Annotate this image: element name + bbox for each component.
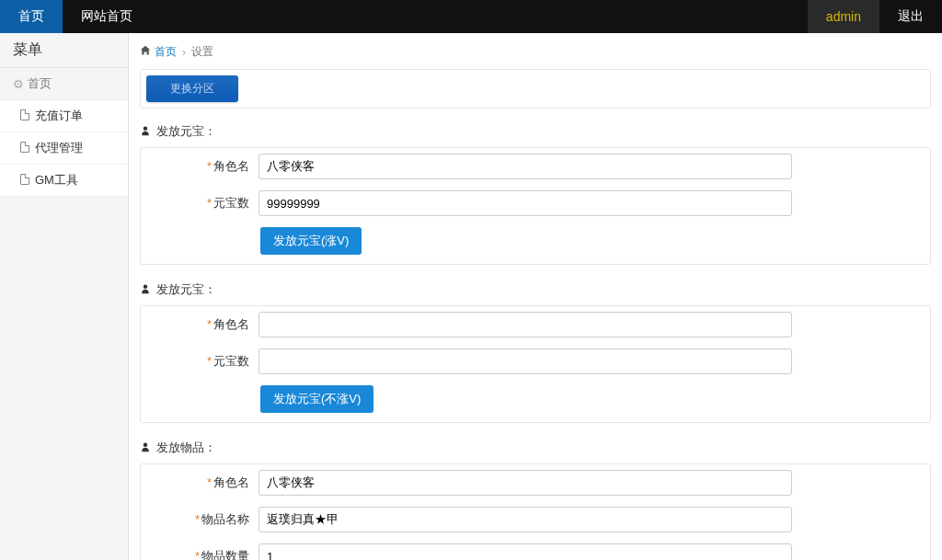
item-count-input[interactable] (258, 543, 792, 560)
user-icon (140, 283, 151, 297)
item-name-input[interactable] (258, 507, 792, 532)
sidebar-item-label: 首页 (28, 75, 52, 92)
form-label: *角色名 (148, 158, 258, 175)
role-name-input[interactable] (258, 154, 792, 179)
file-icon (20, 174, 29, 188)
form-panel-item: *角色名 *物品名称 *物品数量 发放物品 (140, 463, 931, 560)
user-icon (140, 441, 151, 455)
form-label: *物品数量 (148, 548, 258, 560)
breadcrumb-separator: › (182, 46, 186, 59)
form-label: *元宝数 (148, 353, 258, 370)
role-name-input[interactable] (258, 470, 792, 496)
sidebar-item-gm[interactable]: GM工具 (0, 165, 128, 197)
yuanbao-count-input[interactable] (258, 190, 792, 216)
breadcrumb-home[interactable]: 首页 (155, 44, 177, 60)
sidebar-item-label: 充值订单 (35, 108, 83, 124)
file-icon (20, 142, 29, 155)
form-label: *物品名称 (148, 511, 258, 528)
home-icon (140, 45, 151, 59)
breadcrumb: 首页 › 设置 (140, 40, 931, 69)
sidebar-item-agent[interactable]: 代理管理 (0, 132, 128, 165)
sidebar-title: 菜单 (0, 33, 128, 68)
form-label: *角色名 (148, 316, 258, 333)
sidebar-item-home[interactable]: ⚙ 首页 (0, 68, 128, 100)
gear-icon: ⚙ (13, 77, 22, 91)
main-content: 首页 › 设置 更换分区 发放元宝： *角色名 *元宝数 发放元宝(涨V) (129, 33, 942, 560)
role-name-input[interactable] (258, 312, 792, 337)
user-icon (140, 125, 151, 139)
form-label: *元宝数 (148, 195, 258, 211)
nav-home[interactable]: 首页 (0, 0, 63, 33)
sidebar-item-label: GM工具 (35, 172, 78, 189)
nav-logout[interactable]: 退出 (879, 0, 942, 33)
nav-admin[interactable]: admin (808, 0, 879, 33)
section-header: 发放元宝： (140, 281, 931, 298)
form-panel-yuanbao-v: *角色名 *元宝数 发放元宝(涨V) (140, 147, 931, 265)
breadcrumb-current: 设置 (191, 44, 213, 60)
section-header: 发放元宝： (140, 123, 931, 140)
sidebar: 菜单 ⚙ 首页 充值订单 代理管理 GM工具 (0, 33, 129, 560)
file-icon (20, 109, 29, 123)
send-yuanbao-v-button[interactable]: 发放元宝(涨V) (260, 227, 362, 255)
yuanbao-count-input[interactable] (258, 349, 792, 374)
top-navbar: 首页 网站首页 admin 退出 (0, 0, 942, 33)
sidebar-item-label: 代理管理 (35, 140, 83, 156)
section-title: 发放元宝： (156, 123, 216, 140)
nav-site-home[interactable]: 网站首页 (63, 0, 151, 33)
send-yuanbao-nov-button[interactable]: 发放元宝(不涨V) (260, 385, 373, 413)
sidebar-item-recharge[interactable]: 充值订单 (0, 100, 128, 132)
section-title: 发放物品： (156, 440, 216, 456)
form-label: *角色名 (148, 474, 258, 491)
change-area-button[interactable]: 更换分区 (146, 75, 238, 102)
section-header: 发放物品： (140, 440, 931, 456)
area-box: 更换分区 (140, 69, 931, 109)
section-title: 发放元宝： (156, 281, 216, 298)
form-panel-yuanbao-nov: *角色名 *元宝数 发放元宝(不涨V) (140, 305, 931, 423)
